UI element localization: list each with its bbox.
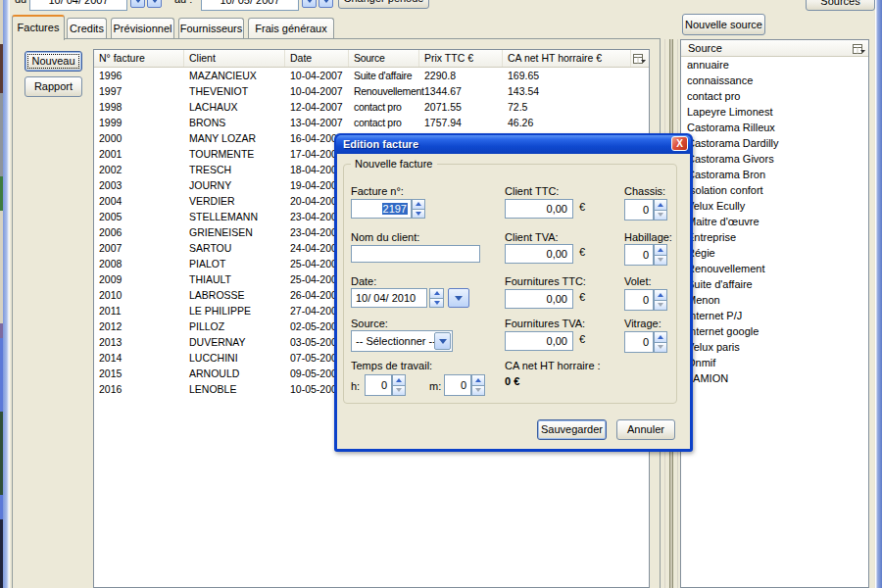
annuler-button[interactable]: Annuler — [616, 419, 675, 440]
source-list-item[interactable]: Internet google — [681, 323, 868, 339]
source-list-item[interactable]: LAMION — [681, 370, 868, 386]
column-header-prix[interactable]: Prix TTC € — [419, 50, 503, 67]
client-ttc-label: Client TTC: — [505, 185, 559, 197]
column-options-icon[interactable] — [853, 43, 865, 59]
spinner-up-icon[interactable] — [654, 331, 667, 343]
volet-spinner[interactable] — [654, 289, 667, 311]
spinner-down-icon[interactable] — [392, 386, 406, 397]
volet-input[interactable]: 0 — [624, 289, 654, 311]
changer-periode-button[interactable]: Changer période — [338, 0, 429, 9]
source-list-item[interactable]: Isolation confort — [681, 182, 868, 198]
hours-input[interactable]: 0 — [365, 374, 392, 396]
table-row[interactable]: 1999BRONS13-04-2007contact pro1757.9446.… — [94, 115, 649, 130]
habillage-input[interactable]: 0 — [624, 244, 654, 266]
spinner-up-icon[interactable] — [412, 199, 425, 210]
fournitures-tva-input[interactable]: 0,00 — [505, 331, 573, 351]
date-to-stepper-button[interactable] — [302, 0, 317, 8]
facture-no-input[interactable]: 2197 — [351, 199, 412, 219]
dialog-titlebar[interactable]: Edition facture — [336, 135, 691, 154]
close-icon[interactable]: X — [671, 136, 688, 151]
column-header-client[interactable]: Client — [184, 50, 285, 67]
source-list-item[interactable]: Suite d'affaire — [681, 276, 868, 292]
minutes-spinner[interactable] — [471, 374, 485, 396]
source-list-item[interactable]: Régie — [681, 245, 868, 261]
source-list-item[interactable]: Maitre d'œuvre — [681, 214, 868, 229]
combo-dropdown-button[interactable] — [434, 332, 451, 350]
column-options-icon[interactable] — [633, 53, 646, 67]
nouvelle-source-button[interactable]: Nouvelle source — [682, 14, 765, 35]
source-list-item[interactable]: contact pro — [681, 88, 868, 104]
source-list-item[interactable]: Entreprise — [681, 229, 868, 245]
source-list-item[interactable]: Castorama Rilleux — [681, 120, 868, 135]
tab-credits[interactable]: Credits — [67, 18, 107, 39]
sources-list-header[interactable]: Source — [681, 40, 868, 57]
dialog-title: Edition facture — [343, 138, 418, 150]
vitrage-input[interactable]: 0 — [624, 331, 654, 353]
tab-frais-g-n-raux[interactable]: Frais généraux — [248, 18, 334, 39]
minutes-input[interactable]: 0 — [444, 374, 471, 396]
source-list-item[interactable]: Onmif — [681, 355, 868, 370]
facture-no-spinner[interactable] — [412, 199, 425, 219]
spinner-up-icon[interactable] — [654, 289, 667, 301]
sauvegarder-button[interactable]: Sauvegarder — [537, 419, 607, 440]
date-input[interactable]: 10/ 04/ 2010 — [351, 288, 427, 308]
source-list-item[interactable]: Velux paris — [681, 339, 868, 355]
spinner-down-icon[interactable] — [471, 386, 485, 397]
source-combobox[interactable]: -- Sélectionner -- — [351, 330, 453, 352]
column-header-date[interactable]: Date — [285, 50, 349, 67]
fournitures-ttc-label: Fournitures TTC: — [505, 275, 586, 287]
source-list-item[interactable]: Castorama Bron — [681, 167, 868, 182]
source-list-item[interactable]: connaissance — [681, 73, 868, 88]
source-list-item[interactable]: Lapeyre Limonest — [681, 104, 868, 120]
table-row[interactable]: 1996MAZANCIEUX10-04-2007Suite d'affaire2… — [94, 68, 649, 83]
habillage-spinner[interactable] — [654, 244, 667, 266]
chassis-input[interactable]: 0 — [624, 199, 654, 220]
client-ttc-input[interactable]: 0,00 — [505, 199, 573, 219]
vitrage-spinner[interactable] — [654, 331, 667, 353]
euro-symbol: € — [579, 333, 585, 345]
column-header-ca[interactable]: CA net HT horraire € — [503, 50, 631, 67]
table-row[interactable]: 1998LACHAUX12-04-2007contact pro2071.557… — [94, 99, 649, 115]
spinner-up-icon[interactable] — [429, 288, 444, 299]
tab-fournisseurs[interactable]: Fournisseurs — [178, 18, 244, 39]
chassis-spinner[interactable] — [654, 199, 667, 220]
spinner-up-icon[interactable] — [471, 374, 485, 386]
spinner-up-icon[interactable] — [654, 199, 667, 211]
date-to-input[interactable]: 10/ 05/ 2007 — [201, 0, 299, 11]
nom-client-input[interactable] — [351, 245, 480, 263]
date-spinner[interactable] — [429, 288, 444, 308]
nouveau-button[interactable]: Nouveau — [24, 51, 82, 72]
spinner-down-icon[interactable] — [412, 210, 425, 220]
column-header-num[interactable]: N° facture — [94, 50, 184, 67]
fournitures-ttc-input[interactable]: 0,00 — [505, 289, 573, 309]
source-list-item[interactable]: Renouvellement — [681, 261, 868, 276]
tab-pr-visionnel[interactable]: Prévisionnel — [111, 18, 174, 39]
spinner-up-icon[interactable] — [392, 374, 406, 386]
date-calendar-dropdown-button[interactable] — [448, 288, 469, 308]
fournitures-tva-label: Fournitures TVA: — [505, 318, 585, 329]
table-row[interactable]: 1997THEVENIOT10-04-2007Renouvellement134… — [94, 83, 649, 99]
date-from-stepper-button[interactable] — [130, 0, 145, 8]
client-tva-input[interactable]: 0,00 — [505, 244, 573, 264]
spinner-down-icon[interactable] — [654, 211, 667, 221]
date-to-dropdown-button[interactable] — [318, 0, 333, 8]
hours-spinner[interactable] — [392, 374, 406, 396]
source-list-item[interactable]: Velux Ecully — [681, 198, 868, 214]
source-list-item[interactable]: Internet P/J — [681, 308, 868, 323]
spinner-up-icon[interactable] — [654, 244, 667, 256]
spinner-down-icon[interactable] — [654, 256, 667, 267]
rapport-button[interactable]: Rapport — [24, 76, 82, 97]
spinner-down-icon[interactable] — [654, 343, 667, 354]
spinner-down-icon[interactable] — [429, 299, 444, 309]
source-list-item[interactable]: Castorama Givors — [681, 151, 868, 167]
source-list-item[interactable]: Menon — [681, 292, 868, 308]
date-from-input[interactable]: 10/ 04/ 2007 — [29, 0, 127, 11]
column-header-source[interactable]: Source — [349, 50, 419, 67]
source-list-item[interactable]: annuaire — [681, 57, 868, 73]
source-list-item[interactable]: Castorama Dardilly — [681, 135, 868, 151]
spinner-down-icon[interactable] — [654, 301, 667, 312]
tab-factures[interactable]: Factures — [12, 15, 65, 40]
source-selected-value: -- Sélectionner -- — [356, 335, 436, 347]
date-from-dropdown-button[interactable] — [147, 0, 162, 8]
sources-button[interactable]: Sources — [806, 0, 875, 11]
